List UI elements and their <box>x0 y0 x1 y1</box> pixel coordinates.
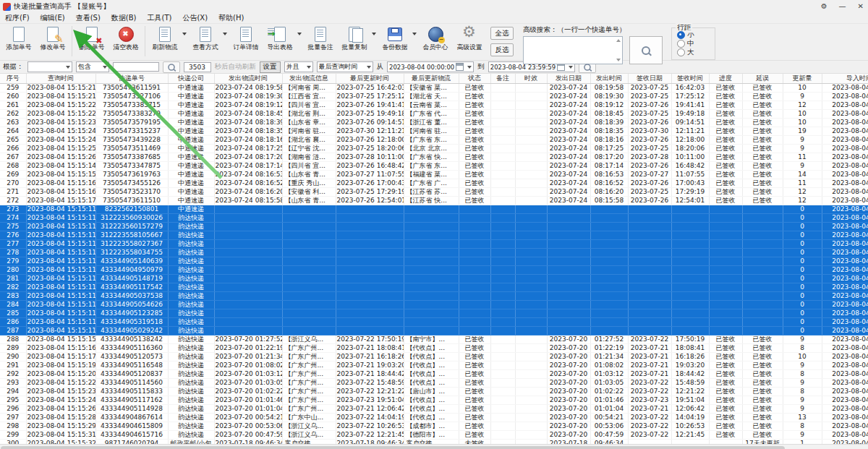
table-row[interactable]: 2932023-08-04 15:15:22433344905114560韵达快… <box>0 379 868 388</box>
horizontal-scrollbar[interactable] <box>0 444 868 449</box>
table-cell[interactable] <box>515 188 547 197</box>
table-cell[interactable]: 已签收 <box>459 93 490 101</box>
table-cell[interactable] <box>628 266 671 275</box>
table-cell[interactable]: 【广东广州... <box>282 362 336 370</box>
table-cell[interactable]: 已签收 <box>709 153 742 162</box>
table-cell[interactable] <box>490 431 515 440</box>
table-cell[interactable]: 2023-08-04 15:15:11 <box>26 275 95 283</box>
table-cell[interactable] <box>515 292 547 301</box>
table-cell[interactable]: 2023-08-04 15:1 <box>822 136 868 145</box>
dropdown-caret-icon[interactable] <box>372 33 376 35</box>
table-cell[interactable]: 2023-07-20 01:01:46 <box>214 396 282 405</box>
table-cell[interactable]: 433344905148719 <box>95 275 168 283</box>
table-cell[interactable] <box>214 327 282 335</box>
table-cell[interactable] <box>547 318 590 327</box>
table-cell[interactable] <box>490 136 515 145</box>
table-cell[interactable] <box>515 405 547 414</box>
table-cell[interactable]: 已签收 <box>459 145 490 153</box>
add-number-button[interactable]: 添加单号 <box>1 25 35 53</box>
table-cell[interactable] <box>628 292 671 301</box>
table-cell[interactable] <box>404 266 459 275</box>
table-cell[interactable]: 2023-07-24 08:16:52 <box>214 179 282 188</box>
table-cell[interactable]: 已签收 <box>709 93 742 101</box>
table-cell[interactable] <box>515 249 547 257</box>
table-row[interactable]: 2882023-08-04 15:15:15433344905138242韵达快… <box>0 335 868 344</box>
menu-item-3[interactable]: 查看(S) <box>76 13 101 23</box>
table-cell[interactable]: 08:19:12 <box>590 101 628 110</box>
radio-icon[interactable] <box>677 48 685 56</box>
table-cell[interactable]: 12:06:42 <box>671 405 709 414</box>
table-cell[interactable]: 2023-08-04 15:1 <box>822 379 868 388</box>
table-cell[interactable]: 271 <box>0 188 26 197</box>
table-cell[interactable]: 【广东广州... <box>282 388 336 396</box>
table-cell[interactable]: 2023-08-04 15:1 <box>822 335 868 344</box>
table-cell[interactable]: 17:25:12 <box>671 93 709 101</box>
table-cell[interactable]: 【湖北省 襄... <box>282 136 336 145</box>
table-cell[interactable]: 2023-07-26 <box>628 179 671 188</box>
table-cell[interactable]: 2023-08-04 15:15:24 <box>26 127 95 136</box>
table-cell[interactable] <box>515 309 547 318</box>
table-cell[interactable] <box>547 231 590 240</box>
table-cell[interactable] <box>282 292 336 301</box>
table-cell[interactable] <box>628 257 671 266</box>
clear-table-button[interactable]: 清空表格 <box>109 25 142 53</box>
table-cell[interactable]: 【成都市】... <box>404 422 459 431</box>
table-cell[interactable]: 278 <box>0 249 26 257</box>
table-cell[interactable] <box>404 275 459 283</box>
table-cell[interactable]: 2023-07-24 08:16:53 <box>214 171 282 179</box>
table-cell[interactable] <box>590 275 628 283</box>
table-cell[interactable] <box>459 223 490 231</box>
table-cell[interactable] <box>515 283 547 292</box>
table-cell[interactable]: 已签收 <box>709 379 742 388</box>
table-cell[interactable]: 299 <box>0 431 26 440</box>
table-cell[interactable]: 08:18:35 <box>590 127 628 136</box>
table-cell[interactable]: 2023-08-04 15:15:11 <box>26 318 95 327</box>
table-cell[interactable]: 2023-07-26 <box>628 136 671 145</box>
table-cell[interactable]: 2023-08-04 15:1 <box>822 318 868 327</box>
table-cell[interactable] <box>671 318 709 327</box>
table-cell[interactable] <box>742 231 783 240</box>
table-cell[interactable]: 17:29:19 <box>671 188 709 197</box>
dropdown-caret-icon[interactable] <box>223 33 227 35</box>
table-cell[interactable]: 262 <box>0 110 26 119</box>
table-row[interactable]: 2652023-08-04 15:15:2473505473439228中通速递… <box>0 136 868 145</box>
table-cell[interactable]: 10 <box>783 353 822 362</box>
backup-data-button[interactable]: 备份数据 <box>378 25 412 53</box>
table-cell[interactable]: 2023-07-20 <box>547 414 590 422</box>
table-cell[interactable]: 2023-07-27 <box>628 171 671 179</box>
table-cell[interactable]: 73505473611510 <box>95 197 168 205</box>
table-cell[interactable] <box>515 257 547 266</box>
table-cell[interactable]: 8 <box>783 370 822 379</box>
table-cell[interactable] <box>742 309 783 318</box>
column-header[interactable]: 更新量 <box>783 74 822 84</box>
table-cell[interactable]: 01:01:46 <box>590 396 628 405</box>
table-cell[interactable]: 2023-07-26 <box>628 197 671 205</box>
table-cell[interactable] <box>742 205 783 214</box>
table-cell[interactable] <box>490 318 515 327</box>
view-mode-button[interactable]: 查看方式 <box>188 25 222 53</box>
table-cell[interactable] <box>547 249 590 257</box>
table-cell[interactable] <box>282 309 336 318</box>
table-cell[interactable] <box>590 283 628 292</box>
table-cell[interactable]: 2023-07-24 <box>547 136 590 145</box>
table-cell[interactable]: 2023-08-04 15:1 <box>822 353 868 362</box>
table-cell[interactable]: 2023-08-04 15:1 <box>822 301 868 309</box>
table-cell[interactable] <box>336 301 404 309</box>
table-cell[interactable] <box>404 249 459 257</box>
filter-op-select[interactable]: 包含 <box>76 61 109 72</box>
table-cell[interactable]: 2023-07-24 08:17:25 <box>214 145 282 153</box>
table-cell[interactable]: 266 <box>0 145 26 153</box>
table-cell[interactable] <box>404 231 459 240</box>
table-cell[interactable]: 中通速递 <box>168 179 214 188</box>
table-cell[interactable]: 08:17:20 <box>590 153 628 162</box>
table-cell[interactable]: 267 <box>0 153 26 162</box>
table-cell[interactable] <box>214 257 282 266</box>
table-cell[interactable]: 韵达快递 <box>168 214 214 223</box>
table-cell[interactable]: 0 <box>783 205 822 214</box>
table-row[interactable]: 2792023-08-04 15:15:11433344905140639韵达快… <box>0 257 868 266</box>
table-cell[interactable]: 0 <box>783 301 822 309</box>
table-cell[interactable] <box>742 318 783 327</box>
table-cell[interactable]: 2023-07-22 17:50:19 <box>336 335 404 344</box>
table-cell[interactable]: 2023-07-20 <box>547 344 590 353</box>
table-cell[interactable] <box>742 249 783 257</box>
